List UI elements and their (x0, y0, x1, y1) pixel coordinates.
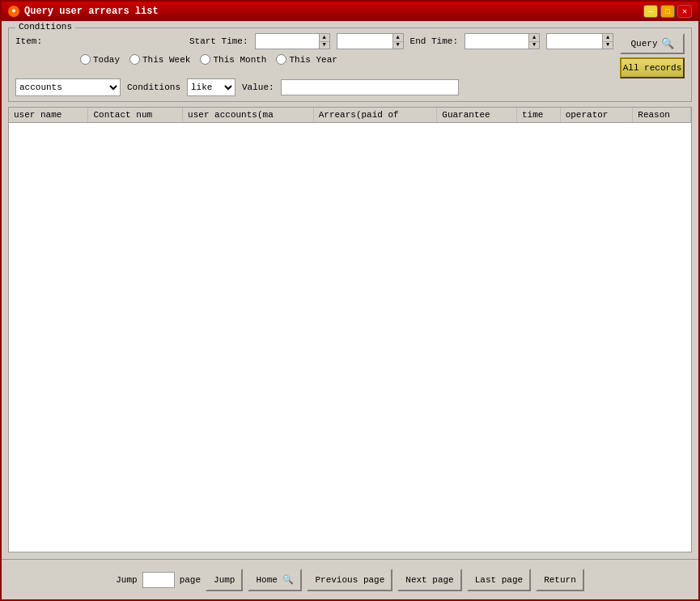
radio-today-input[interactable] (80, 54, 91, 65)
end-date-spin-btn[interactable]: ▲ ▼ (528, 33, 540, 49)
next-page-button[interactable]: Next page (397, 569, 461, 591)
start-time-spinner: 00:00:00 ▲ ▼ (337, 33, 404, 49)
radio-this-year-label: This Year (289, 55, 337, 65)
radio-this-month-input[interactable] (200, 54, 210, 65)
col-reason: Reason (633, 108, 691, 123)
radio-this-year: This Year (276, 54, 337, 65)
start-time-input[interactable]: 00:00:00 (337, 33, 393, 49)
query-btn-area: Query 🔍 All records (620, 33, 685, 78)
end-time-spin-btn[interactable]: ▲ ▼ (602, 33, 613, 49)
minimize-button[interactable]: — (643, 5, 658, 18)
title-bar-buttons: — □ ✕ (643, 5, 692, 18)
start-time-label: Start Time: (189, 36, 248, 46)
conditions-left: Item: Start Time: 2023-07-31 ▲ ▼ 00:00:0… (15, 33, 613, 65)
value-label: Value: (242, 83, 274, 92)
radio-today-label: Today (93, 55, 120, 65)
col-accounts: user accounts(ma (183, 108, 314, 123)
all-records-button[interactable]: All records (620, 57, 685, 78)
radio-today: Today (80, 54, 120, 65)
close-button[interactable]: ✕ (677, 5, 692, 18)
title-bar-left: ● Query user arrears list (8, 6, 159, 17)
conditions-legend: Conditions (15, 22, 75, 32)
query-button[interactable]: Query 🔍 (620, 33, 685, 54)
jump-label: Jump (116, 575, 137, 585)
radio-this-week: This Week (129, 54, 190, 65)
end-date-spinner: 2023-07-31 ▲ ▼ (465, 33, 540, 49)
col-operator: operator (560, 108, 633, 123)
end-time-label: End Time: (410, 36, 458, 46)
maximize-button[interactable]: □ (660, 5, 675, 18)
item-label: Item: (15, 36, 42, 46)
table-header-row: user name Contact num user accounts(ma A… (9, 108, 691, 123)
results-table: user name Contact num user accounts(ma A… (9, 108, 691, 123)
conditions-row1: Item: Start Time: 2023-07-31 ▲ ▼ 00:00:0… (15, 33, 685, 78)
end-time-input[interactable]: 16:33:50 (546, 33, 603, 49)
jump-button[interactable]: Jump (206, 569, 243, 591)
title-bar: ● Query user arrears list — □ ✕ (2, 2, 698, 21)
table-container: user name Contact num user accounts(ma A… (8, 107, 692, 552)
jump-page-input[interactable] (142, 572, 175, 588)
main-window: ● Query user arrears list — □ ✕ Conditio… (0, 0, 700, 601)
window-icon: ● (8, 6, 19, 17)
radio-this-month: This Month (200, 54, 266, 65)
col-guarantee: Guarantee (437, 108, 517, 123)
radio-this-week-input[interactable] (129, 54, 140, 65)
accounts-select[interactable]: accounts (15, 78, 121, 96)
start-date-spinner: 2023-07-31 ▲ ▼ (255, 33, 330, 49)
start-time-spin-btn[interactable]: ▲ ▼ (392, 33, 404, 49)
radio-this-week-label: This Week (142, 55, 190, 65)
window-title: Query user arrears list (24, 6, 159, 17)
radio-group: Today This Week This Month This Yea (80, 54, 613, 65)
last-page-button[interactable]: Last page (467, 569, 531, 591)
col-username: user name (9, 108, 88, 123)
radio-this-month-label: This Month (213, 55, 266, 65)
col-time: time (516, 108, 560, 123)
end-time-spinner: 16:33:50 ▲ ▼ (546, 33, 613, 49)
previous-page-button[interactable]: Previous page (307, 569, 392, 591)
return-button[interactable]: Return (536, 569, 584, 591)
col-arrears: Arrears(paid of (313, 108, 437, 123)
conditions-row2: accounts Conditions like = != > < Value: (15, 78, 685, 96)
col-contact: Contact num (88, 108, 183, 123)
footer-bar: Jump page Jump Home 🔍 Previous page Next… (2, 559, 698, 599)
start-date-spin-btn[interactable]: ▲ ▼ (319, 33, 330, 49)
content-area: Conditions Item: Start Time: 2023-07-31 … (2, 21, 698, 559)
end-date-input[interactable]: 2023-07-31 (465, 33, 529, 49)
table-header: user name Contact num user accounts(ma A… (9, 108, 691, 123)
conditions-select[interactable]: like = != > < (187, 78, 235, 96)
value-input[interactable] (281, 79, 459, 95)
conditions-group: Conditions Item: Start Time: 2023-07-31 … (8, 28, 692, 102)
home-button[interactable]: Home 🔍 (248, 569, 302, 591)
start-date-input[interactable]: 2023-07-31 (255, 33, 320, 49)
radio-this-year-input[interactable] (276, 54, 286, 65)
page-label: page (180, 575, 201, 585)
conditions-select-label: Conditions (127, 83, 180, 92)
